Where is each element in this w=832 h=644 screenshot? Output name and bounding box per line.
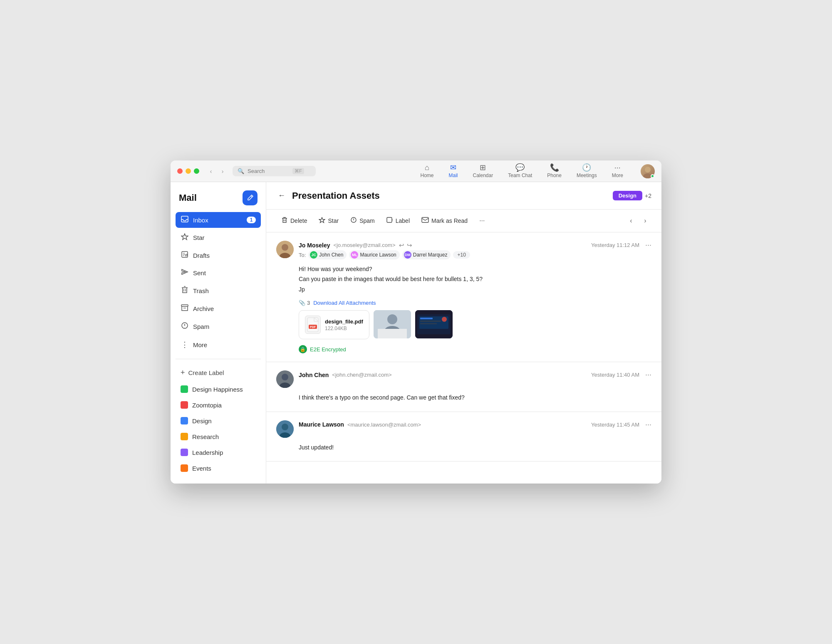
msg-1-more[interactable]: ··· [645, 241, 651, 249]
phone-icon: 📞 [550, 164, 559, 171]
sidebar-item-drafts[interactable]: Drafts [176, 247, 261, 263]
msg-2-more[interactable]: ··· [645, 370, 651, 379]
msg-2-sender: John Chen [299, 372, 329, 378]
more-actions-button[interactable]: ··· [474, 214, 490, 227]
download-all-button[interactable]: Download All Attachments [313, 300, 376, 306]
image-thumb-2[interactable] [415, 310, 453, 338]
to-label: To: [299, 252, 306, 258]
reply-icon[interactable]: ↩ [399, 242, 404, 249]
svg-text:PDF: PDF [310, 326, 316, 328]
star-label: Star [193, 234, 205, 241]
forward-icon[interactable]: ↪ [407, 242, 412, 249]
label-dot-zoomtopia [181, 401, 188, 409]
trash-label: Trash [193, 287, 209, 294]
svg-point-17 [387, 314, 397, 324]
mark-as-read-button[interactable]: Mark as Read [416, 214, 473, 227]
nav-mail[interactable]: ✉ Mail [441, 162, 466, 180]
forward-button[interactable]: › [218, 166, 228, 176]
darrel-marquez-avatar: DM [404, 251, 411, 259]
search-icon: 🔍 [238, 168, 244, 174]
svg-point-31 [282, 424, 288, 430]
sidebar-item-more[interactable]: ⋮ More [176, 336, 261, 353]
next-thread-button[interactable]: › [639, 215, 651, 227]
label-item-events[interactable]: Events [176, 461, 261, 475]
close-button[interactable] [177, 168, 183, 174]
star-icon [181, 233, 189, 242]
content-area: ← Presentation Assets Design +2 Del [266, 182, 661, 484]
create-label-button[interactable]: + Create Label [176, 365, 261, 380]
extra-recipients: +10 [453, 251, 470, 259]
label-item-leadership[interactable]: Leadership [176, 445, 261, 459]
file-attachment[interactable]: PDF design_file.pdf 122.04KB [299, 310, 369, 339]
label-item-design-happiness[interactable]: Design Happiness [176, 382, 261, 396]
search-bar[interactable]: 🔍 ⌘F [233, 166, 316, 176]
spam-toolbar-icon [350, 217, 357, 225]
nav-meetings-label: Meetings [577, 173, 597, 178]
maximize-button[interactable] [194, 168, 199, 174]
create-label-icon: + [181, 368, 185, 377]
sidebar-item-inbox[interactable]: Inbox 1 [176, 212, 261, 228]
teamchat-icon: 💬 [515, 164, 525, 171]
nav-meetings[interactable]: 🕐 Meetings [569, 162, 604, 180]
label-button[interactable]: Label [381, 214, 415, 227]
calendar-icon: ⊞ [480, 164, 486, 171]
drafts-label: Drafts [193, 252, 210, 259]
sent-icon [181, 269, 189, 277]
sidebar-item-trash[interactable]: Trash [176, 282, 261, 299]
msg-1-to-row: To: JC John Chen ML Maurice Lawson [299, 250, 651, 259]
message-2: John Chen <john.chen@zmail.com> Yesterda… [266, 362, 661, 412]
search-input[interactable] [248, 168, 289, 174]
delete-button[interactable]: Delete [276, 214, 312, 228]
attachments-section: 📎 3 Download All Attachments [299, 300, 651, 339]
nav-calendar-label: Calendar [473, 173, 493, 178]
mark-as-read-label: Mark as Read [431, 217, 468, 224]
mail-icon: ✉ [450, 164, 456, 171]
spam-icon [181, 322, 189, 331]
sidebar-item-archive[interactable]: Archive [176, 301, 261, 316]
msg-3-more[interactable]: ··· [645, 420, 651, 429]
label-item-research[interactable]: Research [176, 429, 261, 444]
msg-3-text: Just updated! [299, 443, 651, 452]
nav-calendar[interactable]: ⊞ Calendar [466, 162, 501, 180]
sidebar-item-spam[interactable]: Spam [176, 318, 261, 335]
file-info: design_file.pdf 122.04KB [325, 318, 363, 331]
compose-button[interactable] [243, 190, 258, 205]
minimize-button[interactable] [186, 168, 191, 174]
msg-1-line-3: Jp [299, 285, 651, 294]
drafts-icon [181, 251, 189, 259]
search-shortcut: ⌘F [292, 168, 304, 174]
label-item-zoomtopia[interactable]: Zoomtopia [176, 398, 261, 412]
design-tag[interactable]: Design [613, 191, 642, 200]
sidebar: Mail Inbox 1 [171, 182, 266, 484]
extra-tags: +2 [645, 192, 651, 199]
label-text-zoomtopia: Zoomtopia [192, 402, 222, 409]
msg-1-email: <jo.moseley@zmail.com> [333, 242, 395, 248]
sidebar-item-star[interactable]: Star [176, 229, 261, 246]
mark-read-icon [421, 217, 429, 225]
message-3-meta: Maurice Lawson <maurice.lawson@zmail.com… [299, 420, 651, 429]
main-layout: Mail Inbox 1 [171, 182, 661, 484]
thread-tags: Design +2 [613, 191, 651, 200]
maurice-lawson-avatar: ML [351, 251, 358, 259]
back-to-list-button[interactable]: ← [276, 190, 287, 202]
nav-teamchat[interactable]: 💬 Team Chat [500, 162, 540, 180]
label-item-design[interactable]: Design [176, 414, 261, 428]
nav-home[interactable]: ⌂ Home [413, 162, 441, 180]
attachment-count: 📎 3 [299, 300, 310, 306]
image-thumb-1[interactable] [374, 310, 411, 338]
nav-phone[interactable]: 📞 Phone [540, 162, 569, 180]
image-thumb-person [374, 310, 411, 338]
prev-thread-button[interactable]: ‹ [625, 215, 637, 227]
msg-1-line-1: Hi! How was your weekend? [299, 264, 651, 274]
nav-more[interactable]: ··· More [604, 162, 631, 180]
recipient-john-chen: JC John Chen [308, 250, 347, 259]
star-button[interactable]: Star [314, 214, 344, 228]
compose-icon [246, 194, 254, 202]
sidebar-item-sent[interactable]: Sent [176, 265, 261, 281]
label-text-design-happiness: Design Happiness [192, 386, 243, 393]
user-avatar-area[interactable] [641, 164, 655, 178]
msg-2-sender-row: John Chen <john.chen@zmail.com> Yesterda… [299, 370, 651, 379]
spam-button[interactable]: Spam [345, 214, 380, 228]
spam-label: Spam [359, 217, 375, 224]
back-button[interactable]: ‹ [206, 166, 216, 176]
